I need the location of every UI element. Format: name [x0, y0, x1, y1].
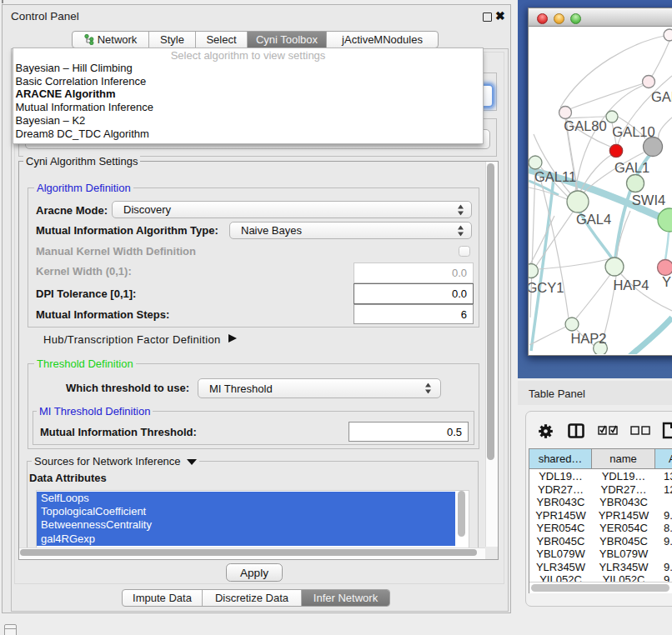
list-item[interactable]: BetweennessCentrality — [37, 518, 455, 532]
dpi-tolerance-field[interactable]: 0.0 — [354, 283, 474, 304]
minimized-panel-icon[interactable] — [4, 624, 17, 635]
tab-style-label: Style — [160, 33, 184, 46]
manual-kernel-checkbox[interactable] — [459, 246, 470, 257]
table-row[interactable]: YDR27…YDR27…12 — [529, 483, 672, 497]
tab-select-label: Select — [206, 33, 236, 46]
network-edge[interactable] — [530, 169, 535, 318]
node-top[interactable] — [664, 29, 672, 41]
unchecked-boxes-icon[interactable] — [630, 425, 650, 435]
popup-item[interactable]: Basic Correlation Inference — [13, 75, 483, 88]
network-edge[interactable] — [629, 318, 672, 354]
table-row[interactable]: YER054CYER054C8. — [529, 522, 672, 535]
table-cell: 9. — [655, 535, 672, 548]
columns-icon[interactable] — [568, 423, 584, 438]
which-threshold-combo[interactable]: MI Threshold — [198, 378, 441, 398]
mi-type-combo[interactable]: Naive Bayes — [229, 222, 472, 239]
expand-arrow-icon[interactable] — [228, 334, 237, 342]
data-attributes-list[interactable]: SelfLoopsTopologicalCoefficientBetweenne… — [36, 490, 469, 548]
table-row[interactable]: YBR043CYBR043C — [529, 496, 672, 509]
tab-cyni-toolbox[interactable]: Cyni Toolbox — [248, 32, 327, 48]
network-edge[interactable] — [659, 118, 672, 139]
network-edge[interactable] — [569, 82, 649, 109]
node-gcy1[interactable] — [529, 264, 539, 278]
dpi-tolerance-label: DPI Tolerance [0,1]: — [36, 288, 136, 300]
table-row[interactable]: YBL079WYBL079W — [529, 548, 672, 561]
aracne-mode-label: Aracne Mode: — [36, 204, 108, 217]
node-gal11[interactable] — [529, 156, 542, 169]
popup-item[interactable]: Bayesian – Hill Climbing — [13, 62, 483, 75]
mi-threshold-field[interactable]: 0.5 — [349, 422, 469, 442]
table-body: YDL19…YDL19…13YDR27…YDR27…12YBR043CYBR04… — [529, 469, 672, 582]
list-scrollbar-thumb[interactable] — [458, 491, 465, 537]
node-hap2[interactable] — [565, 318, 579, 331]
tab-impute-data-label: Impute Data — [133, 592, 192, 604]
table-cell: 13 — [655, 470, 672, 483]
tab-style[interactable]: Style — [149, 32, 196, 48]
network-window-titlebar[interactable] — [529, 8, 672, 27]
gear-icon[interactable] — [538, 423, 554, 439]
apply-button[interactable]: Apply — [226, 563, 283, 582]
tab-jactivemnodules[interactable]: jActiveMNodules — [327, 32, 438, 48]
manual-kernel-label: Manual Kernel Width Definition — [36, 245, 196, 258]
node-gal80[interactable] — [559, 107, 572, 119]
close-icon[interactable]: ✖ — [495, 9, 505, 22]
node-big-green[interactable] — [658, 208, 672, 232]
column-header-partial[interactable]: A — [655, 449, 672, 468]
table-hscrollbar-thumb[interactable] — [531, 584, 669, 592]
list-item[interactable]: TopologicalCoefficient — [37, 505, 455, 518]
node-hap4[interactable] — [605, 258, 624, 276]
tab-discretize-data[interactable]: Discretize Data — [203, 590, 302, 606]
table-row[interactable]: YLR345WYLR345W9. — [529, 561, 672, 574]
tab-infer-network[interactable]: Infer Network — [302, 590, 389, 606]
network-edge[interactable] — [539, 258, 614, 269]
network-canvas[interactable]: GAL2GAL80GAL10GAL1GAL11SWI4GAL4GCY1HAP4Y… — [529, 27, 672, 354]
network-edge[interactable] — [536, 211, 574, 266]
table-cell: 12 — [655, 483, 672, 497]
hub-definition-label[interactable]: Hub/Transcription Factor Definition — [43, 333, 221, 346]
node-gal4[interactable] — [567, 191, 589, 212]
kernel-width-field[interactable]: 0.0 — [354, 262, 474, 283]
node-gal1-red[interactable] — [609, 144, 622, 157]
tab-select[interactable]: Select — [196, 32, 248, 48]
aracne-mode-combo[interactable]: Discovery — [112, 201, 472, 218]
minimized-panel-icon-line — [5, 628, 16, 629]
float-window-icon[interactable] — [483, 12, 492, 22]
node-gal2[interactable] — [643, 76, 655, 88]
tab-network[interactable]: Network — [73, 32, 149, 48]
popup-item[interactable]: Dream8 DC_TDC Algorithm — [13, 128, 483, 141]
zoom-traffic-light[interactable] — [570, 13, 581, 24]
tab-network-label: Network — [98, 33, 138, 46]
table-row[interactable]: YDL19…YDL19…13 — [529, 470, 672, 483]
sources-group-title[interactable]: Sources for Network Inference — [32, 455, 199, 468]
node-swi4[interactable] — [627, 175, 644, 192]
popup-item[interactable]: ARACNE Algorithm — [13, 88, 483, 101]
tab-impute-data[interactable]: Impute Data — [123, 590, 203, 606]
mi-steps-field[interactable]: 6 — [354, 304, 474, 324]
checked-boxes-icon[interactable] — [598, 425, 618, 435]
settings-vscrollbar-thumb[interactable] — [487, 163, 494, 460]
network-edge[interactable] — [665, 232, 669, 260]
document-icon[interactable] — [662, 422, 672, 439]
table-row[interactable]: YPR145WYPR145W9. — [529, 509, 672, 522]
column-header-shared-name[interactable]: shared… — [529, 449, 592, 468]
settings-hscrollbar-thumb[interactable] — [20, 549, 477, 556]
network-edge[interactable] — [649, 41, 669, 82]
table-row[interactable]: YIL052CYIL052C9. — [529, 573, 672, 582]
table-cell: 9. — [655, 561, 672, 574]
aracne-mode-value: Discovery — [123, 203, 171, 216]
node-gray[interactable] — [644, 138, 663, 157]
list-item[interactable]: gal4RGexp — [37, 532, 455, 546]
table-row[interactable]: YBR045CYBR045C9. — [529, 535, 672, 548]
network-edge[interactable] — [576, 273, 611, 318]
minimize-traffic-light[interactable] — [554, 13, 564, 24]
node-salmon[interactable] — [658, 260, 672, 276]
popup-item[interactable]: Bayesian – K2 — [13, 114, 483, 128]
column-header-name[interactable]: name — [592, 449, 655, 468]
which-threshold-label: Which threshold to use: — [66, 382, 189, 394]
close-traffic-light[interactable] — [537, 13, 548, 24]
table-hscrollbar-track[interactable] — [529, 582, 672, 593]
popup-item[interactable]: Mutual Information Inference — [13, 101, 483, 114]
list-item[interactable]: SelfLoops — [37, 492, 455, 505]
network-view-window: GAL2GAL80GAL10GAL1GAL11SWI4GAL4GCY1HAP4Y… — [528, 8, 672, 356]
node-gal10[interactable] — [606, 111, 618, 122]
